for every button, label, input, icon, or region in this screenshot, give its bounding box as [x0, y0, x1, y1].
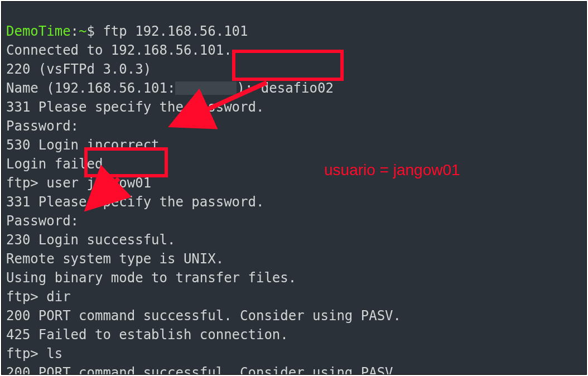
annotation-usuario: usuario = jangow01: [324, 161, 460, 179]
line-6: Password:: [6, 118, 79, 134]
user-cmd-prefix: user: [46, 175, 86, 191]
highlight-box-desafio02: [232, 50, 344, 81]
line-3: 220 (vsFTPd 3.0.3): [6, 61, 151, 77]
line-5: 331 Please specify the password.: [6, 99, 264, 115]
user-cmd-value: jangow01: [87, 175, 152, 191]
ftp-prompt-3: ftp>: [6, 346, 46, 361]
terminal-screenshot: DemoTime:~$ ftp 192.168.56.101 Connected…: [1, 1, 587, 375]
prompt-sep: :: [71, 23, 79, 39]
line-2: Connected to 192.168.56.101.: [6, 42, 232, 58]
redacted-user: [175, 81, 237, 95]
ls-cmd: ls: [46, 346, 62, 361]
name-prompt-suffix: ):: [237, 80, 261, 96]
prompt-host: DemoTime: [6, 23, 71, 39]
line-1: DemoTime:~$ ftp 192.168.56.101: [6, 23, 248, 39]
ftp-prompt-1: ftp>: [6, 175, 46, 191]
line-19: 200 PORT command successful. Consider us…: [6, 365, 401, 375]
line-11: Password:: [6, 213, 79, 229]
name-value: desafio02: [261, 80, 334, 96]
prompt-path: ~: [79, 23, 86, 39]
name-prompt-prefix: Name (192.168.56.101:: [6, 80, 175, 96]
line-13: Remote system type is UNIX.: [6, 251, 224, 267]
prompt-dollar: $: [87, 23, 95, 39]
command-ftp: ftp 192.168.56.101: [103, 23, 248, 39]
dir-cmd: dir: [46, 289, 70, 305]
line-4: Name (192.168.56.101:): desafio02: [6, 80, 334, 96]
ftp-prompt-2: ftp>: [6, 289, 46, 305]
line-12: 230 Login successful.: [6, 232, 175, 248]
highlight-box-jangow01: [84, 147, 168, 177]
line-14: Using binary mode to transfer files.: [6, 270, 296, 286]
line-9: ftp> user jangow01: [6, 175, 151, 191]
line-10: 331 Please specify the password.: [6, 194, 264, 210]
line-16: 200 PORT command successful. Consider us…: [6, 308, 401, 324]
line-17: 425 Failed to establish connection.: [6, 327, 288, 343]
line-15: ftp> dir: [6, 289, 71, 305]
line-18: ftp> ls: [6, 346, 62, 361]
